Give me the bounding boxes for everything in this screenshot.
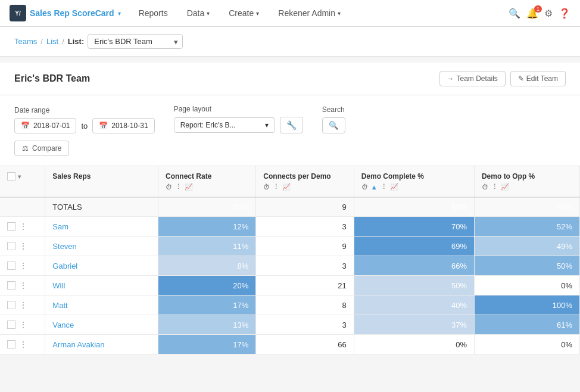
brand-caret[interactable]: ▾ bbox=[118, 10, 121, 17]
row-menu[interactable]: ⋮ bbox=[19, 261, 27, 270]
compare-button[interactable]: ⚖ Compare bbox=[14, 141, 69, 156]
sales-rep-link[interactable]: Arman Avakian bbox=[52, 340, 104, 349]
demo-opp-timer-icon[interactable]: ⏱ bbox=[482, 183, 488, 191]
row-demo-to-opp: 50% bbox=[474, 256, 579, 276]
sales-rep-link[interactable]: Vance bbox=[52, 321, 74, 329]
date-range-label: Date range bbox=[14, 106, 155, 114]
demo-complete-timer-icon[interactable]: ⏱ bbox=[361, 183, 368, 191]
breadcrumb-teams[interactable]: Teams bbox=[14, 37, 37, 46]
connects-per-timer-icon[interactable]: ⏱ bbox=[263, 183, 270, 191]
row-demo-complete: 0% bbox=[354, 335, 474, 354]
row-connect-rate: 20% bbox=[158, 276, 255, 295]
breadcrumb-list-label: List: bbox=[68, 37, 84, 46]
demo-complete-chart-icon[interactable]: 📈 bbox=[390, 183, 398, 191]
header-checkbox[interactable] bbox=[7, 172, 15, 181]
row-checkbox[interactable] bbox=[7, 262, 15, 270]
row-connect-rate: 13% bbox=[158, 315, 255, 335]
filters-row: Date range 📅 2018-07-01 to 📅 2018-10-31 … bbox=[14, 105, 566, 133]
team-select[interactable]: Eric's BDR Team bbox=[88, 34, 183, 49]
nav-create[interactable]: Create ▾ bbox=[220, 0, 267, 27]
notification-badge: 1 bbox=[534, 5, 542, 13]
settings-icon[interactable]: ⚙ bbox=[544, 8, 553, 19]
demo-complete-sort-icon[interactable]: ▲ bbox=[371, 183, 378, 191]
row-checkbox[interactable] bbox=[7, 222, 15, 231]
search-button[interactable]: 🔍 bbox=[322, 117, 345, 133]
th-checkbox: ▾ bbox=[0, 166, 45, 197]
team-title: Eric's BDR Team bbox=[14, 73, 90, 84]
row-connects-per-demo: 21 bbox=[256, 276, 354, 295]
row-checkbox[interactable] bbox=[7, 340, 15, 349]
row-demo-to-opp: 52% bbox=[474, 217, 579, 237]
team-select-wrapper[interactable]: Eric's BDR Team bbox=[88, 34, 183, 49]
date-from-value: 2018-07-01 bbox=[33, 122, 70, 130]
nav-data[interactable]: Data ▾ bbox=[179, 0, 219, 27]
row-checkbox[interactable] bbox=[7, 301, 15, 309]
row-menu[interactable]: ⋮ bbox=[19, 340, 27, 349]
connects-per-chart-icon[interactable]: 📈 bbox=[282, 183, 291, 191]
row-demo-complete: 40% bbox=[354, 295, 474, 315]
row-checkbox[interactable] bbox=[7, 281, 15, 290]
connects-per-menu-icon[interactable]: ⋮ bbox=[273, 183, 279, 191]
th-demo-to-opp-label: Demo to Opp % bbox=[482, 172, 572, 181]
table-row: ⋮ Gabriel8%366%50% bbox=[0, 256, 580, 276]
totals-demo-to-opp: 52% bbox=[474, 197, 579, 217]
brand-title[interactable]: Sales Rep ScoreCard bbox=[30, 8, 114, 18]
header-checkbox-caret[interactable]: ▾ bbox=[18, 173, 21, 180]
totals-connects-per-demo: 9 bbox=[256, 197, 354, 217]
sales-rep-link[interactable]: Matt bbox=[52, 301, 67, 310]
demo-opp-menu-icon[interactable]: ⋮ bbox=[491, 183, 498, 191]
row-menu[interactable]: ⋮ bbox=[19, 320, 27, 329]
th-connects-per-demo-label: Connects per Demo bbox=[263, 172, 346, 181]
th-demo-complete: Demo Complete % ⏱ ▲ ⋮ 📈 bbox=[354, 166, 474, 197]
th-connect-rate: Connect Rate ⏱ ⋮ 📈 bbox=[158, 166, 255, 197]
demo-opp-chart-icon[interactable]: 📈 bbox=[501, 183, 509, 191]
row-checkbox-cell: ⋮ bbox=[0, 237, 45, 256]
row-menu[interactable]: ⋮ bbox=[19, 241, 27, 251]
wrench-button[interactable]: 🔧 bbox=[280, 117, 303, 133]
edit-team-button[interactable]: ✎ Edit Team bbox=[510, 71, 566, 86]
date-to-input[interactable]: 📅 2018-10-31 bbox=[92, 118, 154, 133]
connect-rate-menu-icon[interactable]: ⋮ bbox=[175, 183, 182, 191]
date-to-value: 2018-10-31 bbox=[111, 122, 148, 130]
brand-logo: Y/ bbox=[10, 5, 26, 21]
date-from-input[interactable]: 📅 2018-07-01 bbox=[14, 118, 76, 133]
row-menu[interactable]: ⋮ bbox=[19, 222, 27, 231]
sales-rep-link[interactable]: Will bbox=[52, 281, 65, 290]
calendar-icon-to: 📅 bbox=[99, 122, 108, 130]
team-details-button[interactable]: → Team Details bbox=[439, 71, 506, 86]
row-sales-rep-name: Arman Avakian bbox=[45, 335, 158, 354]
table-header-row: ▾ Sales Reps Connect Rate ⏱ ⋮ 📈 bbox=[0, 166, 580, 197]
connect-rate-chart-icon[interactable]: 📈 bbox=[185, 183, 193, 191]
row-checkbox-cell: ⋮ bbox=[0, 256, 45, 276]
row-demo-complete: 70% bbox=[354, 217, 474, 237]
totals-label-cell: TOTALS bbox=[45, 197, 158, 217]
row-menu[interactable]: ⋮ bbox=[19, 300, 27, 310]
connect-rate-timer-icon[interactable]: ⏱ bbox=[166, 183, 172, 191]
search-group: Search 🔍 bbox=[322, 105, 345, 133]
navbar-nav: Reports Data ▾ Create ▾ Rekener Admin ▾ bbox=[130, 0, 509, 27]
row-checkbox[interactable] bbox=[7, 321, 15, 329]
row-checkbox[interactable] bbox=[7, 242, 15, 250]
nav-reports[interactable]: Reports bbox=[130, 0, 176, 27]
search-icon[interactable]: 🔍 bbox=[509, 8, 520, 19]
layout-select[interactable]: Report: Eric's B... ▾ bbox=[174, 117, 275, 133]
th-sales-reps: Sales Reps bbox=[45, 166, 158, 197]
row-connects-per-demo: 3 bbox=[256, 217, 354, 237]
sales-rep-link[interactable]: Sam bbox=[52, 222, 68, 231]
brand[interactable]: Y/ Sales Rep ScoreCard ▾ bbox=[10, 5, 121, 21]
demo-complete-menu-icon[interactable]: ⋮ bbox=[381, 183, 387, 191]
filters-section: Date range 📅 2018-07-01 to 📅 2018-10-31 … bbox=[0, 95, 580, 166]
row-connect-rate: 17% bbox=[158, 335, 255, 354]
row-connects-per-demo: 3 bbox=[256, 315, 354, 335]
notifications-icon[interactable]: 🔔 1 bbox=[526, 8, 538, 19]
row-menu[interactable]: ⋮ bbox=[19, 281, 27, 290]
breadcrumb-list[interactable]: List bbox=[46, 37, 58, 46]
layout-caret: ▾ bbox=[265, 121, 269, 129]
nav-admin[interactable]: Rekener Admin ▾ bbox=[270, 0, 349, 27]
sales-rep-link[interactable]: Steven bbox=[52, 242, 76, 251]
sales-rep-link[interactable]: Gabriel bbox=[52, 262, 77, 270]
nav-data-caret: ▾ bbox=[207, 10, 210, 17]
help-icon[interactable]: ❓ bbox=[559, 8, 570, 19]
row-demo-to-opp: 0% bbox=[474, 335, 579, 354]
totals-checkbox-cell bbox=[0, 197, 45, 217]
